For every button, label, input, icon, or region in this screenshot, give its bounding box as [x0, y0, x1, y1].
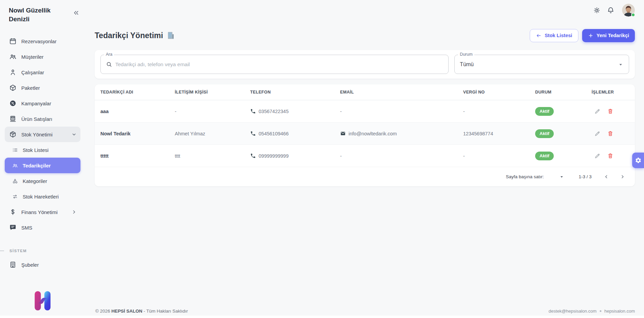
app-window: Nowl Güzellik Denizli RezervasyonlarMüşt… [0, 0, 644, 318]
hepsisalon-logo [29, 288, 56, 314]
brand-name: HEPSİ SALON [112, 309, 143, 314]
edit-button[interactable] [592, 128, 603, 139]
arrow-left-icon [536, 33, 542, 38]
sidebar-item-label: Çalışanlar [21, 70, 44, 75]
phone-icon [250, 153, 256, 159]
branches-icon [9, 261, 17, 268]
support-email-link[interactable]: destek@hepsisalon.com [549, 309, 597, 314]
dot-separator [600, 310, 601, 312]
page-title-text: Tedarikçi Yönetimi [95, 31, 163, 40]
column-header-durum: DURUM [535, 90, 592, 95]
cell-email: - [340, 109, 463, 114]
edit-button[interactable] [592, 106, 603, 117]
settings-fab[interactable] [632, 153, 644, 168]
column-header-vergi-no: VERGİ NO [463, 90, 535, 95]
chevron-down-icon [71, 131, 77, 137]
table-body: aaa-03567422345--AktifNowl TedarikAhmet … [95, 100, 635, 167]
sidebar-item-label: Stok Hareketleri [23, 194, 59, 200]
avatar[interactable] [622, 4, 635, 17]
cell-tax-no: 12345698774 [463, 131, 535, 136]
register-icon [9, 115, 17, 123]
cell-contact-person: - [175, 109, 250, 114]
chevron-left-icon [603, 174, 609, 180]
caret-down-icon [618, 61, 624, 68]
sidebar-item-label: Tedarikçiler [23, 163, 51, 168]
sms-icon [9, 224, 17, 231]
sidebar-item-subeler[interactable]: Şubeler [5, 257, 80, 272]
edit-button[interactable] [592, 150, 603, 162]
sidebar-item-label: Şubeler [21, 262, 39, 268]
sidebar-item-label: Finans Yönetimi [21, 209, 57, 215]
sidebar-item-finans-yonetimi[interactable]: Finans Yönetimi [5, 204, 80, 220]
gear-icon [635, 157, 642, 164]
rows-per-page-label: Sayfa başına satır: [506, 174, 544, 179]
column-header-tedarikci-adi: TEDARİKÇİ ADI [100, 90, 175, 95]
sidebar-item-kategoriler[interactable]: Kategoriler [5, 173, 80, 189]
page-actions: Stok Listesi Yeni Tedarikçi [530, 29, 635, 42]
employee-icon [9, 69, 17, 76]
edit-icon [594, 153, 601, 159]
sidebar: Nowl Güzellik Denizli RezervasyonlarMüşt… [0, 0, 85, 318]
status-field-label: Durum [458, 52, 474, 57]
search-input[interactable] [115, 61, 443, 68]
sidebar-header: Nowl Güzellik Denizli [5, 5, 85, 23]
delete-button[interactable] [604, 106, 616, 117]
main-content: Tedarikçi Yönetimi Stok Listesi Yeni Ted… [85, 0, 644, 318]
sidebar-item-stok-hareketleri[interactable]: Stok Hareketleri [5, 189, 80, 204]
sidebar-system-nav: Şubeler [5, 257, 85, 272]
cell-email: info@nowltedarik.com [340, 131, 463, 136]
cell-tax-no: - [463, 109, 535, 114]
sidebar-item-rezervasyonlar[interactable]: Rezervasyonlar [5, 33, 80, 49]
sidebar-item-label: Ürün Satışları [21, 116, 52, 122]
table-header-row: TEDARİKÇİ ADIİLETİŞİM KİŞİSİTELEFONEMAİL… [95, 84, 635, 100]
search-field-label: Ara [104, 52, 114, 57]
yeni-tedarikci-button[interactable]: Yeni Tedarikçi [582, 29, 635, 42]
status-select[interactable]: Durum Tümü [454, 55, 629, 74]
sidebar-item-urun-satislari[interactable]: Ürün Satışları [5, 111, 80, 127]
status-badge: Aktif [535, 129, 554, 138]
customers-icon [9, 53, 17, 60]
sidebar-item-stok-yonetimi[interactable]: Stok Yönetimi [5, 127, 80, 142]
theme-icon[interactable] [593, 6, 601, 14]
sidebar-item-sms[interactable]: SMS [5, 220, 80, 235]
column-header-iletisim-kisisi: İLETİŞİM KİŞİSİ [175, 90, 250, 95]
calendar-icon [9, 37, 17, 45]
chevron-double-left-icon[interactable] [72, 9, 80, 17]
caret-down-icon [559, 174, 565, 180]
copyright-text: © 2026 HEPSİ SALON - Tüm Hakları Saklıdı… [95, 309, 188, 314]
sidebar-item-label: Paketler [21, 85, 40, 91]
suppliers-icon [12, 163, 18, 168]
cell-email: - [340, 153, 463, 159]
finance-icon [9, 208, 17, 216]
topbar [95, 0, 635, 19]
sidebar-item-tedarikciler[interactable]: Tedarikçiler [5, 158, 80, 173]
stock-icon [9, 131, 17, 138]
sidebar-item-kampanyalar[interactable]: Kampanyalar [5, 96, 80, 111]
delete-button[interactable] [604, 150, 616, 162]
sidebar-item-label: SMS [21, 225, 32, 231]
campaign-icon [9, 100, 17, 107]
sidebar-item-musteriler[interactable]: Müşteriler [5, 49, 80, 64]
stok-listesi-button[interactable]: Stok Listesi [530, 29, 578, 42]
status-badge: Aktif [535, 107, 554, 116]
sidebar-item-paketler[interactable]: Paketler [5, 80, 80, 96]
plus-icon [588, 33, 594, 38]
sidebar-item-stok-listesi[interactable]: Stok Listesi [5, 142, 80, 158]
pagination-range: 1-3 / 3 [579, 174, 592, 179]
cell-tax-no: - [463, 153, 535, 159]
rows-per-page-select[interactable] [544, 174, 565, 180]
sidebar-item-calisanlar[interactable]: Çalışanlar [5, 64, 80, 80]
column-header-email: EMAİL [340, 90, 463, 95]
package-icon [9, 84, 17, 91]
next-page-button[interactable] [617, 171, 628, 183]
bell-icon[interactable] [607, 6, 615, 14]
cell-status: Aktif [535, 107, 592, 116]
copyright-year: © 2026 [95, 309, 110, 314]
column-header-telefon: TELEFON [250, 90, 340, 95]
search-icon [106, 61, 112, 68]
sidebar-item-label: Müşteriler [21, 54, 44, 60]
delete-button[interactable] [604, 128, 616, 139]
website-link[interactable]: hepsisalon.com [604, 309, 635, 314]
previous-page-button[interactable] [600, 171, 612, 183]
suppliers-table: TEDARİKÇİ ADIİLETİŞİM KİŞİSİTELEFONEMAİL… [95, 84, 635, 186]
